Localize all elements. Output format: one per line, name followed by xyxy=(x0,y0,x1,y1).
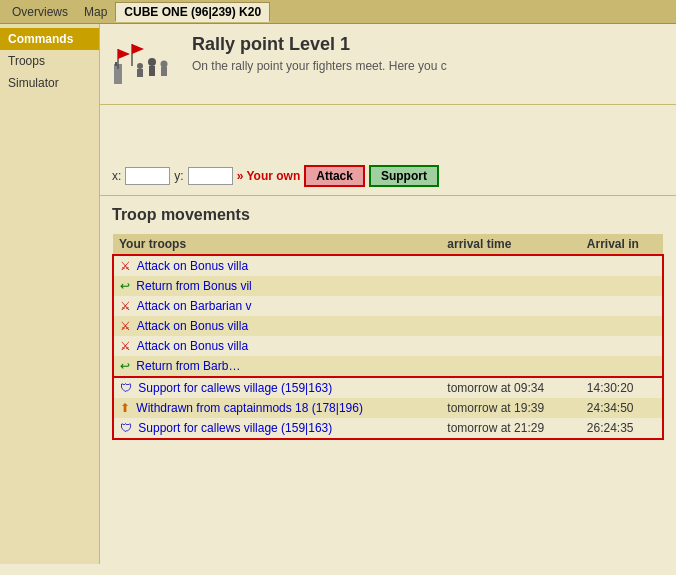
sidebar: Commands Troops Simulator xyxy=(0,24,100,564)
page-title: Rally point Level 1 xyxy=(192,34,447,55)
sidebar-item-commands[interactable]: Commands xyxy=(0,28,99,50)
top-navigation: Overviews Map CUBE ONE (96|239) K20 xyxy=(0,0,676,24)
svg-rect-9 xyxy=(161,67,167,76)
svg-marker-5 xyxy=(132,44,144,54)
troop-icon: 🛡 xyxy=(120,381,132,395)
troop-icon: 🛡 xyxy=(120,421,132,435)
rally-point-icon xyxy=(112,34,182,94)
troop-name-cell: ⚔ Attack on Bonus villa xyxy=(113,316,441,336)
movement-link[interactable]: Support for callews village (159|163) xyxy=(138,421,332,435)
troop-name-cell: ↩ Return from Bonus vil xyxy=(113,276,441,296)
arrival-in-cell xyxy=(581,276,663,296)
nav-active-tab[interactable]: CUBE ONE (96|239) K20 xyxy=(115,2,270,22)
table-row: ⚔ Attack on Bonus villa xyxy=(113,336,663,356)
table-row: 🛡 Support for callews village (159|163) … xyxy=(113,377,663,398)
y-label: y: xyxy=(174,169,183,183)
svg-rect-1 xyxy=(115,62,117,66)
troop-icon: ⚔ xyxy=(120,299,131,313)
arrival-time-cell: tomorrow at 19:39 xyxy=(441,398,580,418)
troop-movements-title: Troop movements xyxy=(112,206,664,224)
troops-table: Your troops arrival time Arrival in ⚔ At… xyxy=(112,234,664,440)
header-text: Rally point Level 1 On the rally point y… xyxy=(192,34,447,73)
table-row: ↩ Return from Bonus vil xyxy=(113,276,663,296)
table-row: ↩ Return from Barb… xyxy=(113,356,663,377)
page-description: On the rally point your fighters meet. H… xyxy=(192,59,447,73)
attack-button[interactable]: Attack xyxy=(304,165,365,187)
movement-link[interactable]: Attack on Barbarian v xyxy=(137,299,252,313)
svg-point-6 xyxy=(148,58,156,66)
table-header-row: Your troops arrival time Arrival in xyxy=(113,234,663,255)
svg-point-8 xyxy=(161,61,168,68)
troop-name-cell: ↩ Return from Barb… xyxy=(113,356,441,377)
troop-name-cell: ⬆ Withdrawn from captainmods 18 (178|196… xyxy=(113,398,441,418)
svg-marker-3 xyxy=(118,49,130,59)
arrival-time-cell xyxy=(441,316,580,336)
troop-icon: ⚔ xyxy=(120,259,131,273)
x-label: x: xyxy=(112,169,121,183)
troop-icon: ↩ xyxy=(120,359,130,373)
coordinate-section: x: y: » Your own Attack Support xyxy=(112,165,664,187)
svg-rect-7 xyxy=(149,66,155,76)
content-area: Rally point Level 1 On the rally point y… xyxy=(100,24,676,564)
svg-rect-11 xyxy=(137,69,143,77)
table-row: ⚔ Attack on Bonus villa xyxy=(113,255,663,276)
arrival-in-cell: 26:24:35 xyxy=(581,418,663,439)
sidebar-item-simulator[interactable]: Simulator xyxy=(0,72,99,94)
movement-link[interactable]: Withdrawn from captainmods 18 (178|196) xyxy=(136,401,363,415)
x-input[interactable] xyxy=(125,167,170,185)
troop-name-cell: ⚔ Attack on Barbarian v xyxy=(113,296,441,316)
arrival-in-cell: 14:30:20 xyxy=(581,377,663,398)
arrival-in-cell xyxy=(581,316,663,336)
arrival-in-cell xyxy=(581,336,663,356)
movement-link[interactable]: Return from Barb… xyxy=(136,359,240,373)
troop-icon: ↩ xyxy=(120,279,130,293)
arrival-time-cell xyxy=(441,336,580,356)
nav-map[interactable]: Map xyxy=(76,5,115,19)
arrival-in-cell xyxy=(581,296,663,316)
table-row: ⚔ Attack on Barbarian v xyxy=(113,296,663,316)
col-arrival-time: arrival time xyxy=(441,234,580,255)
troop-movements-section: Troop movements Your troops arrival time… xyxy=(100,196,676,450)
table-row: ⬆ Withdrawn from captainmods 18 (178|196… xyxy=(113,398,663,418)
movement-link[interactable]: Return from Bonus vil xyxy=(136,279,251,293)
col-your-troops: Your troops xyxy=(113,234,441,255)
arrival-in-cell: 24:34:50 xyxy=(581,398,663,418)
y-input[interactable] xyxy=(188,167,233,185)
arrival-time-cell: tomorrow at 21:29 xyxy=(441,418,580,439)
troop-name-cell: ⚔ Attack on Bonus villa xyxy=(113,255,441,276)
sidebar-item-troops[interactable]: Troops xyxy=(0,50,99,72)
movement-link[interactable]: Attack on Bonus villa xyxy=(137,319,248,333)
arrival-time-cell xyxy=(441,356,580,377)
troop-name-cell: 🛡 Support for callews village (159|163) xyxy=(113,418,441,439)
arrival-in-cell xyxy=(581,356,663,377)
arrival-time-cell: tomorrow at 09:34 xyxy=(441,377,580,398)
troop-icon: ⬆ xyxy=(120,401,130,415)
arrival-time-cell xyxy=(441,276,580,296)
nav-overviews[interactable]: Overviews xyxy=(4,5,76,19)
arrival-time-cell xyxy=(441,296,580,316)
your-own-link[interactable]: » Your own xyxy=(237,169,301,183)
troop-icon: ⚔ xyxy=(120,319,131,333)
svg-point-10 xyxy=(137,63,143,69)
arrival-time-cell xyxy=(441,255,580,276)
arrival-in-cell xyxy=(581,255,663,276)
troop-icon: ⚔ xyxy=(120,339,131,353)
troop-name-cell: 🛡 Support for callews village (159|163) xyxy=(113,377,441,398)
table-row: ⚔ Attack on Bonus villa xyxy=(113,316,663,336)
troop-name-cell: ⚔ Attack on Bonus villa xyxy=(113,336,441,356)
page-header: Rally point Level 1 On the rally point y… xyxy=(100,24,676,105)
movement-link[interactable]: Attack on Bonus villa xyxy=(137,259,248,273)
movement-link[interactable]: Attack on Bonus villa xyxy=(137,339,248,353)
col-arrival-in: Arrival in xyxy=(581,234,663,255)
main-layout: Commands Troops Simulator xyxy=(0,24,676,564)
support-button[interactable]: Support xyxy=(369,165,439,187)
movement-link[interactable]: Support for callews village (159|163) xyxy=(138,381,332,395)
table-row: 🛡 Support for callews village (159|163) … xyxy=(113,418,663,439)
